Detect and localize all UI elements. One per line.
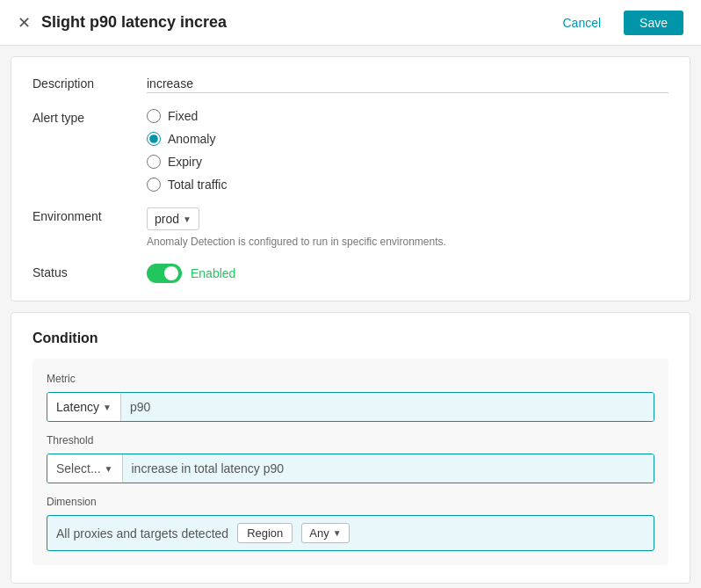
threshold-value: increase in total latency p90 — [123, 454, 654, 483]
threshold-group: Threshold Select... ▼ increase in total … — [47, 434, 654, 483]
radio-fixed[interactable]: Fixed — [147, 109, 668, 123]
dimension-text: All proxies and targets detected — [56, 526, 228, 541]
status-label: Status — [33, 264, 147, 279]
page-title: Slight p90 latency increa — [41, 13, 227, 32]
condition-title: Condition — [33, 330, 668, 346]
radio-input-expiry[interactable] — [147, 155, 161, 169]
radio-label-anomaly: Anomaly — [168, 132, 215, 146]
environment-hint: Anomaly Detection is configured to run i… — [147, 236, 668, 248]
form-card: Description Alert type Fixed Anomaly Exp… — [11, 56, 690, 301]
status-toggle[interactable] — [147, 264, 182, 283]
environment-dropdown[interactable]: prod ▼ — [147, 207, 199, 230]
metric-group: Metric Latency ▼ p90 — [47, 373, 654, 422]
environment-value: prod — [155, 212, 179, 226]
toggle-thumb — [164, 266, 178, 280]
toggle-track — [147, 264, 182, 283]
environment-content: prod ▼ Anomaly Detection is configured t… — [147, 207, 668, 248]
description-row: Description — [33, 75, 668, 93]
radio-anomaly[interactable]: Anomaly — [147, 132, 668, 146]
description-content — [147, 75, 668, 93]
threshold-select-label: Select... — [56, 461, 101, 475]
description-input[interactable] — [147, 75, 668, 93]
header-actions: Cancel Save — [548, 11, 683, 35]
cancel-button[interactable]: Cancel — [548, 11, 615, 35]
radio-input-anomaly[interactable] — [147, 132, 161, 146]
chevron-down-icon: ▼ — [333, 528, 342, 538]
radio-label-fixed: Fixed — [168, 109, 198, 123]
radio-total-traffic[interactable]: Total traffic — [147, 178, 668, 192]
dimension-any-select[interactable]: Any ▼ — [301, 523, 349, 543]
radio-expiry[interactable]: Expiry — [147, 155, 668, 169]
environment-label: Environment — [33, 207, 147, 223]
radio-input-total-traffic[interactable] — [147, 178, 161, 192]
header-left: ✕ Slight p90 latency increa — [18, 13, 227, 32]
radio-label-expiry: Expiry — [168, 155, 202, 169]
alert-type-radio-group: Fixed Anomaly Expiry Total traffic — [147, 109, 668, 192]
threshold-label: Threshold — [47, 434, 654, 446]
threshold-select[interactable]: Select... ▼ — [47, 454, 123, 483]
save-button[interactable]: Save — [624, 11, 683, 35]
alert-type-label: Alert type — [33, 109, 147, 125]
description-label: Description — [33, 75, 147, 91]
metric-label: Metric — [47, 373, 654, 385]
dimension-input-row: All proxies and targets detected Region … — [47, 515, 654, 551]
alert-type-row: Alert type Fixed Anomaly Expiry Total tr… — [33, 109, 668, 192]
chevron-down-icon: ▼ — [103, 403, 112, 412]
metric-input-row: Latency ▼ p90 — [47, 392, 654, 422]
alert-type-content: Fixed Anomaly Expiry Total traffic — [147, 109, 668, 192]
radio-label-total-traffic: Total traffic — [168, 178, 227, 192]
environment-row: Environment prod ▼ Anomaly Detection is … — [33, 207, 668, 248]
chevron-down-icon: ▼ — [183, 214, 192, 224]
threshold-input-row: Select... ▼ increase in total latency p9… — [47, 454, 654, 483]
status-toggle-row: Enabled — [147, 264, 668, 283]
metric-select[interactable]: Latency ▼ — [47, 393, 121, 421]
header: ✕ Slight p90 latency increa Cancel Save — [0, 0, 701, 46]
status-content: Enabled — [147, 264, 668, 283]
dimension-label: Dimension — [47, 496, 654, 508]
status-value: Enabled — [191, 266, 235, 280]
metric-select-label: Latency — [56, 400, 99, 414]
condition-inner: Metric Latency ▼ p90 Threshold Select...… — [33, 359, 668, 565]
chevron-down-icon: ▼ — [105, 464, 113, 474]
dimension-region-button[interactable]: Region — [237, 523, 293, 543]
metric-value: p90 — [121, 393, 654, 421]
status-row: Status Enabled — [33, 264, 668, 283]
radio-input-fixed[interactable] — [147, 109, 161, 123]
dimension-group: Dimension All proxies and targets detect… — [47, 496, 654, 551]
condition-card: Condition Metric Latency ▼ p90 Threshold… — [11, 312, 690, 584]
close-icon[interactable]: ✕ — [18, 15, 31, 31]
dimension-select-label: Any — [309, 526, 329, 540]
